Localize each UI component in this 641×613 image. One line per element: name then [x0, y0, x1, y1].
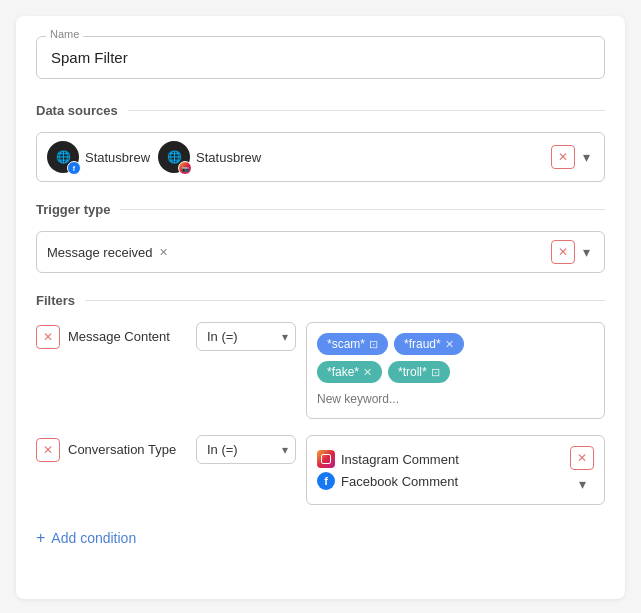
trigger-value: Message received — [47, 245, 153, 260]
filter-label-1: Message Content — [68, 329, 188, 344]
conv-type-clear-button[interactable]: ✕ — [570, 446, 594, 470]
name-field-group: Name — [36, 36, 605, 79]
filter-operator-wrap-2: In (=) — [196, 435, 296, 464]
filter-operator-wrap-1: In (=) — [196, 322, 296, 351]
conv-type-dropdown-button[interactable]: ▾ — [575, 474, 590, 494]
data-sources-actions: ✕ ▾ — [551, 145, 594, 169]
section-divider-3 — [85, 300, 605, 301]
filters-title: Filters — [36, 293, 85, 308]
instagram-icon — [317, 450, 335, 468]
badge-instagram: 📷 — [178, 161, 192, 175]
trigger-remove-icon[interactable]: ✕ — [159, 246, 168, 259]
source-name-ig: Statusbrew — [196, 150, 261, 165]
conv-tag-fb-label: Facebook Comment — [341, 474, 458, 489]
filter-row-conversation-type: ✕ Conversation Type In (=) Instagram Com… — [36, 435, 605, 505]
filter-row-inner-1: ✕ Message Content In (=) — [36, 322, 296, 351]
facebook-icon: f — [317, 472, 335, 490]
trigger-tag: Message received ✕ — [47, 245, 168, 260]
kw-text: *fake* — [327, 365, 359, 379]
filter-remove-button-1[interactable]: ✕ — [36, 325, 60, 349]
trigger-actions: ✕ ▾ — [551, 240, 594, 264]
keywords-row-2: *fake* ✕ *troll* ⊡ — [317, 361, 594, 383]
source-item-fb: 🌐 f Statusbrew — [47, 141, 150, 173]
kw-text: *fraud* — [404, 337, 441, 351]
filter-operator-select-1[interactable]: In (=) — [196, 322, 296, 351]
kw-icon-scam: ⊡ — [369, 338, 378, 351]
data-sources-title: Data sources — [36, 103, 128, 118]
name-label: Name — [46, 28, 83, 40]
trigger-type-row: Message received ✕ ✕ ▾ — [36, 231, 605, 273]
trigger-type-section: Trigger type Message received ✕ ✕ ▾ — [36, 202, 605, 273]
avatar-fb: 🌐 f — [47, 141, 79, 173]
filter-operator-select-2[interactable]: In (=) — [196, 435, 296, 464]
keyword-tag-fraud[interactable]: *fraud* ✕ — [394, 333, 464, 355]
main-panel: Name Data sources 🌐 f Statusbrew 🌐 📷 — [16, 16, 625, 599]
keyword-tag-scam[interactable]: *scam* ⊡ — [317, 333, 388, 355]
data-sources-header: Data sources — [36, 103, 605, 118]
keyword-input[interactable] — [317, 390, 594, 408]
filter-row-message-content: ✕ Message Content In (=) *scam* ⊡ *fraud… — [36, 322, 605, 419]
data-sources-row: 🌐 f Statusbrew 🌐 📷 Statusbrew ✕ ▾ — [36, 132, 605, 182]
filter-row-inner-2: ✕ Conversation Type In (=) — [36, 435, 296, 464]
filter-remove-button-2[interactable]: ✕ — [36, 438, 60, 462]
trigger-type-title: Trigger type — [36, 202, 120, 217]
conv-tags-list: Instagram Comment f Facebook Comment — [317, 450, 562, 490]
section-divider-2 — [120, 209, 605, 210]
kw-text: *troll* — [398, 365, 427, 379]
filter-label-2: Conversation Type — [68, 442, 188, 457]
filters-header: Filters — [36, 293, 605, 308]
kw-text: *scam* — [327, 337, 365, 351]
conversation-type-area: Instagram Comment f Facebook Comment ✕ ▾ — [306, 435, 605, 505]
keyword-tag-troll[interactable]: *troll* ⊡ — [388, 361, 450, 383]
badge-facebook: f — [67, 161, 81, 175]
source-item-ig: 🌐 📷 Statusbrew — [158, 141, 261, 173]
plus-icon: + — [36, 529, 45, 547]
section-divider — [128, 110, 605, 111]
avatar-ig: 🌐 📷 — [158, 141, 190, 173]
trigger-dropdown-button[interactable]: ▾ — [579, 242, 594, 262]
data-sources-clear-button[interactable]: ✕ — [551, 145, 575, 169]
name-input[interactable] — [36, 36, 605, 79]
add-condition-label: Add condition — [51, 530, 136, 546]
conv-tag-ig: Instagram Comment — [317, 450, 562, 468]
conv-tag-ig-label: Instagram Comment — [341, 452, 459, 467]
keywords-area: *scam* ⊡ *fraud* ✕ *fake* ✕ *troll* — [306, 322, 605, 419]
conv-area-actions: ✕ ▾ — [570, 446, 594, 494]
data-sources-section: Data sources 🌐 f Statusbrew 🌐 📷 Statusbr… — [36, 103, 605, 182]
trigger-type-header: Trigger type — [36, 202, 605, 217]
conv-tag-fb: f Facebook Comment — [317, 472, 562, 490]
add-condition-button[interactable]: + Add condition — [36, 521, 136, 555]
keywords-row-1: *scam* ⊡ *fraud* ✕ — [317, 333, 594, 355]
keyword-tag-fake[interactable]: *fake* ✕ — [317, 361, 382, 383]
kw-icon-troll: ⊡ — [431, 366, 440, 379]
data-sources-dropdown-button[interactable]: ▾ — [579, 147, 594, 167]
filters-section: Filters ✕ Message Content In (=) *scam* … — [36, 293, 605, 555]
source-name-fb: Statusbrew — [85, 150, 150, 165]
kw-remove-fraud[interactable]: ✕ — [445, 338, 454, 351]
kw-remove-fake[interactable]: ✕ — [363, 366, 372, 379]
trigger-clear-button[interactable]: ✕ — [551, 240, 575, 264]
